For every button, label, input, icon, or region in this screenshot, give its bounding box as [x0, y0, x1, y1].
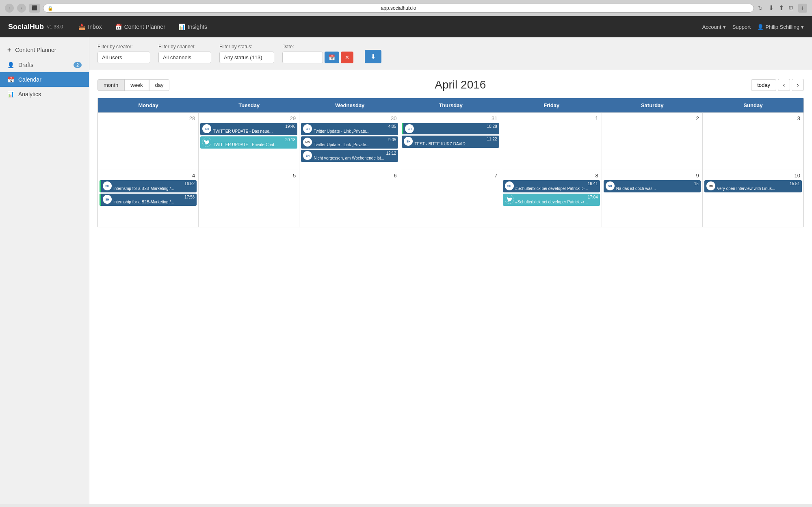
date-filter-group: Date: 📅 ✕	[282, 44, 353, 63]
event-apr9-1[interactable]: SH 15 Na das ist doch was...	[604, 180, 701, 192]
month-view-button[interactable]: month	[97, 79, 124, 91]
event-mar29-2[interactable]: 20:18 TWITTER UPDATE - Private Chat...	[200, 136, 297, 149]
nav-inbox[interactable]: 📥 Inbox	[73, 21, 107, 32]
clear-date-button[interactable]: ✕	[341, 52, 353, 63]
calendar-picker-button[interactable]: 📅	[325, 52, 339, 63]
event-content-apr4-1: 16:52 Internship for a B2B-Marketing /..…	[113, 181, 195, 191]
days-header: Monday Tuesday Wednesday Thursday Friday…	[98, 98, 803, 112]
event-text-mar31-2: TEST - BITTE KURZ DAVID...	[414, 141, 497, 147]
sidebar-item-calendar[interactable]: 📅 Calendar	[0, 72, 89, 87]
event-apr4-1[interactable]: SH 16:52 Internship for a B2B-Marketing …	[100, 180, 197, 192]
tab-button[interactable]: ⬛	[29, 4, 40, 13]
nav-insights[interactable]: 📊 Insights	[173, 21, 213, 32]
account-label: Account	[702, 24, 721, 30]
event-mar30-2[interactable]: MD 9:05 Twitter Update - Link „Private..…	[301, 136, 398, 149]
event-time-apr8-2: 17:04	[515, 195, 598, 199]
download-icon[interactable]: ⬇	[767, 3, 775, 13]
prev-month-button[interactable]: ‹	[778, 79, 790, 91]
sidebar: + Content Planner 👤 Drafts 2 📅 Calendar …	[0, 37, 89, 504]
today-button[interactable]: today	[751, 79, 776, 91]
channel-filter-select[interactable]: All channels	[158, 52, 211, 63]
back-button[interactable]: ‹	[5, 4, 14, 13]
week-view-button[interactable]: week	[124, 79, 149, 91]
cell-date-apr4: 4	[100, 172, 197, 180]
status-filter-group: Filter by status: Any status (113)	[219, 44, 274, 63]
calendar-cell-apr3: 3	[703, 113, 803, 170]
event-avatar-sh8: SH	[505, 181, 514, 190]
view-buttons: month week day	[97, 79, 169, 91]
event-content-2: 20:18 TWITTER UPDATE - Private Chat...	[213, 138, 295, 147]
event-avatar-md: MD	[303, 138, 312, 147]
user-name: Philip Schilling	[765, 24, 799, 30]
channel-filter-label: Filter by channel:	[158, 44, 211, 50]
event-text-mar30-3: Nicht vergessen, am Wochenende ist...	[314, 155, 396, 161]
next-month-button[interactable]: ›	[792, 79, 804, 91]
date-input[interactable]	[282, 52, 323, 63]
window-icon[interactable]: ⧉	[787, 3, 795, 13]
event-content-mar30-3: 12:12 Nicht vergessen, am Wochenende ist…	[314, 151, 396, 161]
calendar-cell-mar29: 29 SH 19:46 TWITTER UPDATE - Das neue...	[199, 113, 299, 170]
drafts-badge: 2	[74, 62, 82, 68]
cell-date-mar29: 29	[200, 114, 297, 123]
status-filter-select[interactable]: Any status (113)	[219, 52, 274, 63]
sidebar-content-planner-label: Content Planner	[15, 47, 56, 53]
url-text: app.socialhub.io	[381, 5, 416, 11]
new-tab-button[interactable]: +	[798, 4, 807, 13]
event-content-mar31-2: 11:22 TEST - BITTE KURZ DAVID...	[414, 137, 497, 147]
nav-inbox-label: Inbox	[88, 24, 102, 30]
event-time-apr9-1: 15	[616, 181, 699, 186]
event-text-mar30-1: Twitter Update - Link „Private...	[314, 129, 396, 134]
event-time-mar30-1: 4:05	[314, 124, 396, 129]
event-text: TWITTER UPDATE - Das neue...	[213, 129, 295, 134]
event-avatar-sh9: SH	[606, 181, 615, 190]
nav-content-planner[interactable]: 📅 Content Planner	[109, 21, 171, 32]
event-text-apr4-1: Internship for a B2B-Marketing /...	[113, 186, 195, 191]
event-mar30-1[interactable]: SH 4:05 Twitter Update - Link „Private..…	[301, 123, 398, 135]
event-text-apr4-2: Internship for a B2B-Marketing /...	[113, 199, 195, 205]
event-time-mar30-3: 12:12	[314, 151, 396, 155]
event-time-mar31-2: 11:22	[414, 137, 497, 141]
event-text-apr8-2: #Schulterblick bei developer Patrick ->.…	[515, 199, 598, 205]
event-mar29-1[interactable]: SH 19:46 TWITTER UPDATE - Das neue...	[200, 123, 297, 135]
event-avatar-sh3: SH	[303, 151, 312, 160]
nav-items: 📥 Inbox 📅 Content Planner 📊 Insights	[73, 21, 702, 32]
event-apr8-2[interactable]: 17:04 #Schulterblick bei developer Patri…	[503, 194, 600, 206]
event-text-mar30-2: Twitter Update - Link „Private...	[314, 142, 396, 147]
url-bar[interactable]: 🔒 app.socialhub.io	[43, 4, 754, 13]
account-menu[interactable]: Account ▾	[702, 24, 726, 30]
event-time-2: 20:18	[213, 138, 295, 142]
content-area: Filter by creator: All users Filter by c…	[89, 37, 812, 504]
event-apr8-1[interactable]: SH 16:41 #Schulterblick bei developer Pa…	[503, 180, 600, 192]
support-link[interactable]: Support	[732, 24, 751, 30]
creator-filter-select[interactable]: All users	[97, 52, 150, 63]
sidebar-item-drafts[interactable]: 👤 Drafts 2	[0, 58, 89, 72]
day-header-wed: Wednesday	[299, 98, 400, 112]
event-avatar-tw2	[505, 195, 514, 204]
event-avatar-tw	[202, 138, 211, 147]
sidebar-item-analytics[interactable]: 📊 Analytics	[0, 87, 89, 101]
event-avatar-sh5: SH	[404, 137, 413, 146]
event-apr10-1[interactable]: MD 15:51 Very open Interview with Linus.…	[704, 180, 802, 192]
reload-button[interactable]: ↻	[757, 4, 764, 12]
day-header-tue: Tuesday	[199, 98, 299, 112]
date-filter-label: Date:	[282, 44, 353, 50]
account-chevron-icon: ▾	[723, 24, 726, 30]
sidebar-item-content-planner[interactable]: + Content Planner	[0, 42, 89, 58]
event-mar31-2[interactable]: SH 11:22 TEST - BITTE KURZ DAVID...	[402, 136, 499, 148]
day-view-button[interactable]: day	[149, 79, 170, 91]
share-icon[interactable]: ⬆	[777, 3, 786, 13]
event-mar31-1[interactable]: SH 10:28	[402, 123, 499, 134]
browser-chrome: ‹ › ⬛ 🔒 app.socialhub.io ↻ ⬇ ⬆ ⧉ +	[0, 0, 812, 16]
drafts-icon: 👤	[7, 62, 14, 68]
event-time-apr4-2: 17:58	[113, 195, 195, 199]
forward-button[interactable]: ›	[17, 4, 26, 13]
calendar-cell-apr5: 5	[199, 170, 299, 227]
user-menu[interactable]: 👤 Philip Schilling ▾	[757, 24, 804, 30]
chart-icon: 📊	[178, 24, 185, 30]
calendar-cell-apr8: 8 SH 16:41 #Schulterblick bei developer …	[501, 170, 602, 227]
event-mar30-3[interactable]: SH 12:12 Nicht vergessen, am Wochenende …	[301, 150, 398, 162]
event-apr4-2[interactable]: SH 17:58 Internship for a B2B-Marketing …	[100, 194, 197, 206]
inbox-icon: 📥	[78, 24, 85, 30]
download-button[interactable]: ⬇	[365, 50, 381, 63]
sidebar-drafts-label: Drafts	[18, 62, 33, 68]
